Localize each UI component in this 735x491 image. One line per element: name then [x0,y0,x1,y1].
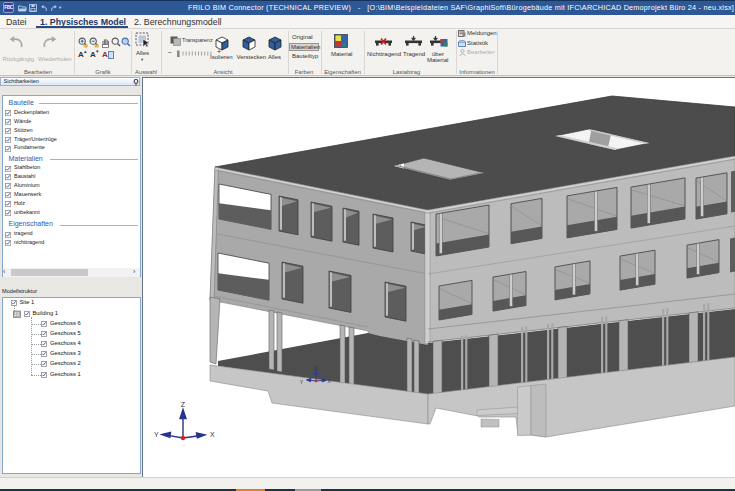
svg-text:Z: Z [181,401,186,408]
svg-text:Y: Y [154,431,159,438]
svg-text:X: X [210,431,215,438]
svg-text:Z: Z [314,365,317,371]
